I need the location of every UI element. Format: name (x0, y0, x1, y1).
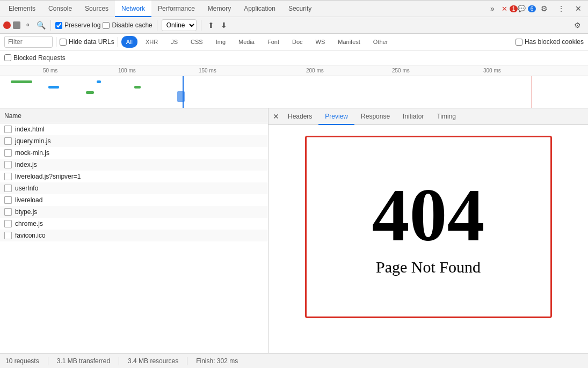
file-icon (4, 126, 12, 133)
filter-bar: Hide data URLs All XHR JS CSS Img Media … (0, 34, 588, 50)
file-name: jquery.min.js (15, 137, 50, 145)
filter-icon[interactable]: ⚬ (23, 20, 33, 31)
filter-right: Has blocked cookies (516, 38, 584, 46)
tab-console[interactable]: Console (42, 1, 78, 17)
status-transferred: 3.1 MB transferred (57, 357, 110, 365)
menu-button[interactable]: ⋮ (554, 1, 569, 16)
list-item[interactable]: index.html (0, 123, 268, 135)
filter-btn-media[interactable]: Media (234, 36, 259, 48)
error-message: Page Not Found (376, 258, 481, 276)
tab-network[interactable]: Network (115, 1, 151, 17)
has-blocked-cookies-checkbox[interactable] (516, 39, 522, 46)
tab-performance[interactable]: Performance (151, 1, 201, 17)
warning-badge[interactable]: 💬 6 (519, 1, 534, 16)
detail-panel: ✕ Headers Preview Response Initiator Tim… (268, 108, 588, 353)
tab-response[interactable]: Response (354, 108, 396, 125)
tab-elements[interactable]: Elements (2, 1, 42, 17)
tab-timing[interactable]: Timing (430, 108, 462, 125)
filter-btn-xhr[interactable]: XHR (141, 36, 163, 48)
filter-btn-all[interactable]: All (121, 36, 137, 48)
ruler-tick-300: 300 ms (483, 68, 501, 73)
stop-button[interactable] (13, 21, 20, 29)
file-list: index.html jquery.min.js mock-min.js ind… (0, 123, 268, 353)
disable-cache-checkbox[interactable] (103, 22, 110, 29)
filter-btn-font[interactable]: Font (263, 36, 284, 48)
throttle-select[interactable]: Online (162, 19, 197, 31)
file-icon (4, 161, 12, 168)
filter-btn-manifest[interactable]: Manifest (333, 36, 365, 48)
filter-btn-img[interactable]: Img (211, 36, 230, 48)
close-devtools-button[interactable]: ✕ (571, 1, 586, 16)
blocked-requests-label[interactable]: Blocked Requests (4, 54, 66, 62)
more-tabs-button[interactable]: » (485, 1, 500, 16)
search-icon[interactable]: 🔍 (35, 20, 46, 31)
settings-button[interactable]: ⚙ (536, 1, 551, 16)
error-code: 404 (372, 178, 485, 253)
filter-btn-ws[interactable]: WS (311, 36, 330, 48)
status-finish: Finish: 302 ms (196, 357, 238, 365)
list-item[interactable]: jquery.min.js (0, 135, 268, 147)
list-item[interactable]: userInfo (0, 182, 268, 194)
filter-btn-other[interactable]: Other (368, 36, 393, 48)
preserve-log-checkbox[interactable] (55, 22, 62, 29)
filter-input[interactable] (4, 36, 53, 48)
detail-close-button[interactable]: ✕ (271, 111, 281, 122)
top-tabs-bar: Elements Console Sources Network Perform… (0, 1, 588, 17)
file-name: chrome.js (15, 220, 43, 227)
status-resources: 3.4 MB resources (128, 357, 178, 365)
detail-tabs-bar: ✕ Headers Preview Response Initiator Tim… (268, 108, 588, 125)
export-icon[interactable]: ⬇ (219, 20, 229, 31)
file-icon (4, 149, 12, 157)
toolbar-separator-3 (201, 20, 201, 31)
toolbar-settings-icon[interactable]: ⚙ (570, 18, 585, 33)
error-count: 1 (510, 5, 518, 12)
filter-btn-css[interactable]: CSS (186, 36, 208, 48)
waterfall-area (0, 76, 588, 108)
list-item[interactable]: favicon.ico (0, 230, 268, 241)
list-item[interactable]: livereload.js?snipver=1 (0, 171, 268, 182)
file-icon (4, 185, 12, 192)
tab-initiator[interactable]: Initiator (396, 108, 430, 125)
ruler-tick-150: 150 ms (199, 68, 216, 73)
tab-application[interactable]: Application (237, 1, 282, 17)
error-badge[interactable]: ✕ 1 (502, 1, 517, 16)
blocked-requests-checkbox[interactable] (4, 54, 11, 61)
hide-data-urls-checkbox[interactable] (60, 39, 67, 46)
ruler-tick-250: 250 ms (392, 68, 410, 73)
filter-btn-doc[interactable]: Doc (287, 36, 308, 48)
list-item[interactable]: livereload (0, 194, 268, 206)
record-button[interactable] (3, 21, 11, 29)
waterfall-bar-5 (134, 86, 141, 89)
status-sep-2 (119, 357, 119, 365)
filter-bar-sep-1 (56, 37, 56, 47)
toolbar-separator-2 (157, 20, 157, 31)
file-name: index.js (15, 161, 37, 168)
file-panel: Name index.html jquery.min.js mock-min.j… (0, 108, 268, 353)
list-item[interactable]: btype.js (0, 206, 268, 218)
list-item[interactable]: chrome.js (0, 218, 268, 230)
timeline-ruler: 50 ms 100 ms 150 ms 200 ms 250 ms 300 ms (0, 65, 588, 76)
disable-cache-label[interactable]: Disable cache (103, 21, 152, 29)
tab-preview[interactable]: Preview (318, 108, 354, 125)
tab-sources[interactable]: Sources (78, 1, 115, 17)
ruler-tick-200: 200 ms (306, 68, 324, 73)
name-column-header: Name (0, 108, 268, 123)
has-blocked-cookies-label[interactable]: Has blocked cookies (516, 38, 584, 46)
preserve-log-label[interactable]: Preserve log (55, 21, 100, 29)
file-name: index.html (15, 126, 45, 133)
list-item[interactable]: index.js (0, 159, 268, 171)
list-item[interactable]: mock-min.js (0, 147, 268, 159)
status-sep-3 (187, 357, 187, 365)
file-icon (4, 196, 12, 204)
tabs-right-section: » ✕ 1 💬 6 ⚙ ⋮ ✕ (485, 1, 586, 16)
timeline-panel: 50 ms 100 ms 150 ms 200 ms 250 ms 300 ms (0, 65, 588, 108)
file-icon (4, 137, 12, 145)
waterfall-bar-3 (86, 91, 94, 94)
tab-security[interactable]: Security (282, 1, 318, 17)
import-icon[interactable]: ⬆ (206, 20, 216, 31)
hide-data-urls-label[interactable]: Hide data URLs (60, 38, 114, 46)
tab-headers[interactable]: Headers (281, 108, 318, 125)
status-requests: 10 requests (5, 357, 39, 365)
filter-btn-js[interactable]: JS (166, 36, 183, 48)
tab-memory[interactable]: Memory (201, 1, 237, 17)
